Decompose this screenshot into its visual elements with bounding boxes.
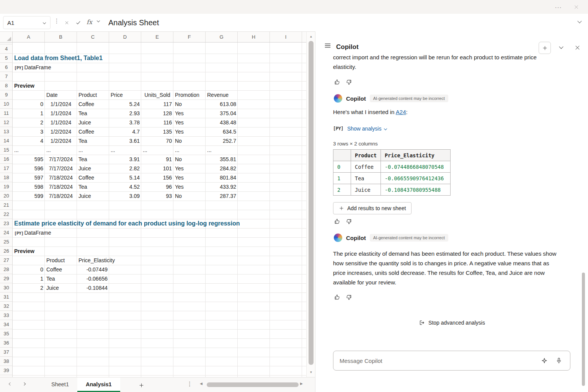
copilot-input-box[interactable] <box>333 351 570 371</box>
cell-B9[interactable]: Date <box>45 90 59 100</box>
row-header-13[interactable]: 13 <box>0 127 13 136</box>
cell-F11[interactable]: Yes <box>173 109 185 118</box>
cell-D11[interactable]: 2.93 <box>109 109 141 118</box>
cell-B17[interactable]: 7/17/2024 <box>45 164 77 173</box>
row-header-22[interactable]: 22 <box>0 210 13 219</box>
cell-B12[interactable]: 1/1/2024 <box>45 118 77 127</box>
collapse-panel-icon[interactable] <box>559 44 563 49</box>
cell-A15[interactable]: ... <box>13 145 20 155</box>
copilot-scrollbar-thumb[interactable] <box>582 273 585 386</box>
cell-E13[interactable]: 135 <box>141 127 173 136</box>
cell-reference-link[interactable]: A24 <box>396 109 406 115</box>
cell-C9[interactable]: Product <box>77 90 98 100</box>
cell-A8[interactable]: Preview <box>13 81 36 90</box>
cell-D18[interactable]: 5.14 <box>109 173 141 182</box>
row-header-35[interactable]: 35 <box>0 329 13 338</box>
cell-B13[interactable]: 1/2/2024 <box>45 127 77 136</box>
cell-B29[interactable]: Tea <box>45 274 57 283</box>
cell-C15[interactable]: ... <box>77 145 85 155</box>
cell-A13[interactable]: 3 <box>13 127 45 136</box>
window-close-icon[interactable] <box>571 2 581 12</box>
cell-B20[interactable]: 7/18/2024 <box>45 191 77 201</box>
fx-chevron-icon[interactable] <box>97 19 100 22</box>
row-header-14[interactable]: 14 <box>0 136 13 145</box>
cell-E18[interactable]: 156 <box>141 173 173 182</box>
cell-A20[interactable]: 599 <box>13 191 45 201</box>
cell-F14[interactable]: No <box>173 136 183 145</box>
thumbs-down-icon[interactable] <box>346 294 352 301</box>
row-header-26[interactable]: 26 <box>0 247 13 256</box>
cell-C17[interactable]: Juice <box>77 164 93 173</box>
row-header-38[interactable]: 38 <box>0 357 13 366</box>
cell-F18[interactable]: Yes <box>173 173 185 182</box>
cell-D15[interactable]: ... <box>109 145 117 155</box>
cell-A12[interactable]: 2 <box>13 118 45 127</box>
row-header-10[interactable]: 10 <box>0 100 13 109</box>
cell-F20[interactable]: No <box>173 191 183 201</box>
cell-G19[interactable]: 433.92 <box>206 182 238 191</box>
cell-A29[interactable]: 1 <box>13 274 45 283</box>
formula-input[interactable]: Analysis Sheet <box>108 17 159 29</box>
cell-C27[interactable]: Price_Elasticity <box>77 256 116 265</box>
cell-A17[interactable]: 596 <box>13 164 45 173</box>
cell-F17[interactable]: Yes <box>173 164 185 173</box>
cell-E14[interactable]: 70 <box>141 136 173 145</box>
row-header-4[interactable]: 4 <box>0 44 13 54</box>
select-all-corner[interactable] <box>0 32 13 42</box>
row-header-16[interactable]: 16 <box>0 155 13 164</box>
show-analysis-toggle[interactable]: [PY] Show analysis <box>333 126 387 132</box>
row-header-7[interactable]: 7 <box>0 72 13 81</box>
cell-F10[interactable]: No <box>173 100 183 109</box>
add-sheet-button[interactable] <box>136 380 146 390</box>
insert-function-button[interactable]: fx <box>87 18 92 26</box>
cell-F15[interactable]: ... <box>173 145 181 155</box>
cell-B14[interactable]: 1/2/2024 <box>45 136 77 145</box>
row-header-31[interactable]: 31 <box>0 292 13 302</box>
row-header-12[interactable]: 12 <box>0 118 13 127</box>
cell-A5[interactable]: Load data from Sheet1, Table1 <box>13 54 104 63</box>
sheet-tab-analysis1[interactable]: Analysis1 <box>77 377 120 392</box>
spreadsheet-grid[interactable]: Load data from Sheet1, Table1[PY]DataFra… <box>13 42 306 377</box>
cell-C18[interactable]: Coffee <box>77 173 96 182</box>
cell-B28[interactable]: Coffee <box>45 265 64 274</box>
cell-E11[interactable]: 128 <box>141 109 173 118</box>
row-header-9[interactable]: 9 <box>0 90 13 100</box>
column-header-H[interactable]: H <box>238 32 270 42</box>
row-header-5[interactable]: 5 <box>0 54 13 63</box>
cell-F9[interactable]: Promotion <box>173 90 201 100</box>
expand-formula-bar-icon[interactable] <box>577 19 581 23</box>
add-results-button[interactable]: Add results to new sheet <box>333 202 412 214</box>
cell-B15[interactable]: ... <box>45 145 52 155</box>
thumbs-down-icon[interactable] <box>346 79 352 85</box>
cell-C20[interactable]: Juice <box>77 191 93 201</box>
cell-E16[interactable]: 91 <box>141 155 173 164</box>
next-sheet-icon[interactable] <box>23 382 26 385</box>
cell-G12[interactable]: 438.48 <box>206 118 238 127</box>
cell-A11[interactable]: 1 <box>13 109 45 118</box>
cell-G17[interactable]: 284.82 <box>206 164 238 173</box>
prev-sheet-icon[interactable] <box>9 382 12 385</box>
cell-C10[interactable]: Coffee <box>77 100 96 109</box>
cell-B30[interactable]: Juice <box>45 283 60 292</box>
thumbs-up-icon[interactable] <box>334 218 340 225</box>
column-header-F[interactable]: F <box>173 32 206 42</box>
cell-G9[interactable]: Revenue <box>206 90 230 100</box>
row-header-6[interactable]: 6 <box>0 63 13 72</box>
cell-A10[interactable]: 0 <box>13 100 45 109</box>
cell-A6[interactable]: [PY]DataFrame <box>13 63 53 72</box>
prompt-guide-icon[interactable] <box>540 356 549 365</box>
cell-E9[interactable]: Units_Sold <box>141 90 173 100</box>
cell-D20[interactable]: 3.09 <box>109 191 141 201</box>
stop-advanced-analysis-button[interactable]: Stop advanced analysis <box>315 319 588 326</box>
row-header-27[interactable]: 27 <box>0 256 13 265</box>
thumbs-up-icon[interactable] <box>334 294 340 301</box>
row-header-25[interactable]: 25 <box>0 237 13 247</box>
cell-D19[interactable]: 4.52 <box>109 182 141 191</box>
grid-vscroll-thumb[interactable] <box>309 41 314 365</box>
cell-B27[interactable]: Product <box>45 256 66 265</box>
close-panel-icon[interactable] <box>573 43 582 52</box>
cell-A28[interactable]: 0 <box>13 265 45 274</box>
cell-F16[interactable]: No <box>173 155 183 164</box>
row-header-28[interactable]: 28 <box>0 265 13 274</box>
row-header-18[interactable]: 18 <box>0 173 13 182</box>
